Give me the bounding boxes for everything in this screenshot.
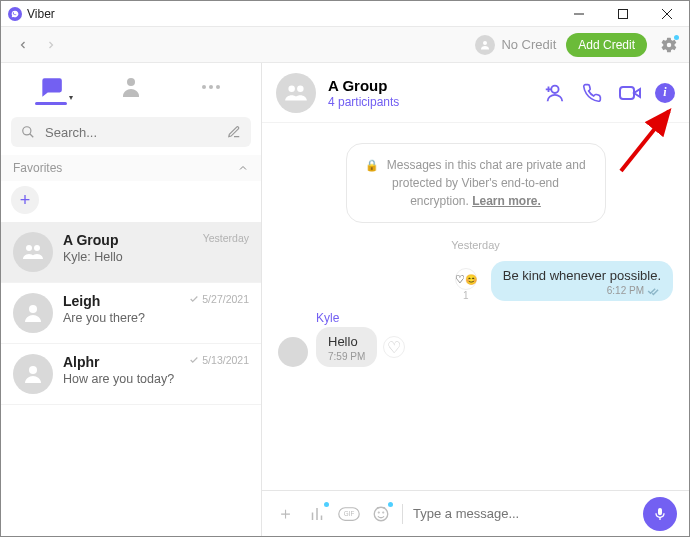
chat-participants[interactable]: 4 participants (328, 95, 529, 109)
svg-point-20 (383, 512, 384, 513)
message-incoming: Kyle Hello 7:59 PM ♡ (278, 311, 673, 367)
add-credit-button[interactable]: Add Credit (566, 33, 647, 57)
encryption-notice: 🔒 Messages in this chat are private and … (346, 143, 606, 223)
message-text: Be kind whenever possible. (503, 268, 661, 283)
check-icon (189, 355, 199, 365)
svg-point-18 (374, 507, 388, 521)
double-check-icon (647, 286, 661, 296)
more-tab[interactable] (171, 75, 251, 99)
add-participant-button[interactable] (541, 80, 567, 106)
svg-rect-14 (620, 87, 634, 99)
chat-header: A Group 4 participants i (262, 63, 689, 123)
group-avatar-icon (13, 232, 53, 272)
chat-item-0[interactable]: A Group Kyle: Hello Yesterday (1, 222, 261, 283)
viber-logo-icon (8, 7, 22, 21)
sidebar: ▾ Favorites + A Group (1, 63, 262, 536)
no-credit-button[interactable]: No Credit (475, 35, 556, 55)
window-title: Viber (27, 7, 557, 21)
chat-title: A Group (328, 77, 529, 94)
profile-avatar-icon (475, 35, 495, 55)
nav-toolbar: No Credit Add Credit (1, 27, 689, 63)
no-credit-label: No Credit (501, 37, 556, 52)
gif-button[interactable]: GIF (338, 503, 360, 525)
forward-button[interactable] (37, 31, 65, 59)
svg-point-19 (378, 512, 379, 513)
svg-point-2 (127, 78, 135, 86)
attach-button[interactable]: ＋ (274, 503, 296, 525)
search-input[interactable] (45, 125, 217, 140)
svg-point-4 (209, 85, 213, 89)
close-button[interactable] (645, 1, 689, 26)
svg-text:GIF: GIF (344, 510, 355, 517)
svg-point-8 (34, 245, 40, 251)
chat-item-preview: Kyle: Hello (63, 250, 249, 264)
message-time: 7:59 PM (328, 351, 365, 362)
svg-point-3 (202, 85, 206, 89)
info-button[interactable]: i (655, 83, 675, 103)
chat-item-time: Yesterday (203, 232, 249, 244)
minimize-button[interactable] (557, 1, 601, 26)
svg-point-10 (29, 366, 37, 374)
svg-point-13 (551, 85, 558, 92)
maximize-button[interactable] (601, 1, 645, 26)
message-time: 6:12 PM (607, 285, 644, 296)
video-call-button[interactable] (617, 80, 643, 106)
favorites-label: Favorites (13, 161, 62, 175)
svg-point-5 (216, 85, 220, 89)
day-separator: Yesterday (278, 239, 673, 251)
messages-pane: 🔒 Messages in this chat are private and … (262, 123, 689, 490)
learn-more-link[interactable]: Learn more. (472, 194, 541, 208)
reaction-count: 1 (463, 290, 469, 301)
person-avatar-icon (13, 354, 53, 394)
chat-item-preview: Are you there? (63, 311, 249, 325)
svg-point-9 (29, 305, 37, 313)
sender-name[interactable]: Kyle (316, 311, 405, 325)
poll-button[interactable] (306, 503, 328, 525)
contacts-tab[interactable] (91, 75, 171, 99)
add-favorite-button[interactable]: + (11, 186, 39, 214)
sidebar-tabs: ▾ (1, 63, 261, 111)
compose-icon[interactable] (227, 125, 241, 139)
message-text: Hello (328, 334, 365, 349)
notification-dot (674, 35, 679, 40)
chats-tab[interactable]: ▾ (11, 74, 91, 100)
settings-button[interactable] (657, 33, 681, 57)
chat-area: A Group 4 participants i 🔒 Messages in t… (262, 63, 689, 536)
composer: ＋ GIF (262, 490, 689, 536)
chat-item-time: 5/27/2021 (189, 293, 249, 305)
check-icon (189, 294, 199, 304)
voice-message-button[interactable] (643, 497, 677, 531)
svg-point-11 (288, 85, 295, 92)
chat-item-2[interactable]: Alphr How are you today? 5/13/2021 (1, 344, 261, 405)
chat-item-1[interactable]: Leigh Are you there? 5/27/2021 (1, 283, 261, 344)
svg-point-12 (297, 85, 304, 92)
chat-item-time: 5/13/2021 (189, 354, 249, 366)
reaction-emoji: 😊 (465, 274, 477, 285)
back-button[interactable] (9, 31, 37, 59)
lock-icon: 🔒 (365, 159, 379, 171)
svg-point-1 (483, 41, 487, 45)
search-icon (21, 125, 35, 139)
sticker-button[interactable] (370, 503, 392, 525)
svg-point-6 (23, 127, 31, 135)
favorites-header[interactable]: Favorites (1, 155, 261, 181)
sender-avatar-icon (278, 337, 308, 367)
svg-point-7 (26, 245, 32, 251)
title-bar: Viber (1, 1, 689, 27)
chat-list: A Group Kyle: Hello Yesterday Leigh Are … (1, 222, 261, 536)
search-bar[interactable] (11, 117, 251, 147)
person-avatar-icon (13, 293, 53, 333)
audio-call-button[interactable] (579, 80, 605, 106)
message-outgoing: ♡😊 1 Be kind whenever possible. 6:12 PM (278, 261, 673, 301)
reaction-badge[interactable]: ♡😊 1 (455, 268, 477, 301)
group-avatar-icon (276, 73, 316, 113)
chat-item-preview: How are you today? (63, 372, 249, 386)
svg-rect-0 (619, 9, 628, 18)
react-button[interactable]: ♡ (383, 336, 405, 358)
message-input[interactable] (413, 506, 633, 521)
chevron-up-icon (237, 162, 249, 174)
